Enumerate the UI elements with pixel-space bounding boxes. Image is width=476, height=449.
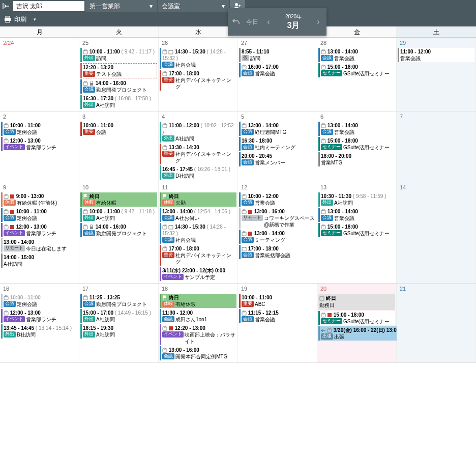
calendar-event[interactable]: 13:00 - 14:00会議営業会議 <box>318 208 395 222</box>
calendar-event[interactable]: 18:00 - 20:00営業MTG <box>318 152 395 166</box>
event-icons <box>4 225 15 230</box>
event-time: 13:30 - 14:30 <box>169 145 199 150</box>
print-button[interactable]: 印刷 ▾ <box>4 15 36 24</box>
day-cell[interactable]: 12 10:00 - 12:00会議営業会議 13:00 - 16:00リモート… <box>238 182 317 283</box>
calendar-event[interactable]: 16:00 - 17:00会議営業会議 <box>239 63 316 77</box>
event-tag: 会議 <box>162 316 174 322</box>
prev-month-button[interactable]: ‹ <box>260 8 277 36</box>
calendar-event[interactable]: 11:00 - 12:00 ( 10:02 - 12:52 )外出A社訪問 <box>160 122 236 143</box>
event-title: 勤怠開発プロジェクト <box>96 230 156 237</box>
calendar-event[interactable]: 17:00 - 18:00重要社内デバイスキッティング <box>160 70 236 91</box>
day-cell[interactable]: 2 10:00 - 11:00会議定例会議 12:00 - 13:00イベント営… <box>0 111 79 182</box>
calendar-event[interactable]: 13:00 - 16:00会議開発本部合同定例MTG <box>160 346 236 360</box>
calendar-event[interactable]: 14:30 - 15:30 ( 14:28 - 15:32 )会議社内会議 <box>160 48 236 69</box>
calendar-event[interactable]: 15:00 - 18:00セミナーGSuite活用セミナー <box>318 311 395 325</box>
calendar-event[interactable]: 16:30 - 18:00会議社内ミーティング <box>239 137 316 151</box>
calendar-event[interactable]: 15:00 - 18:00セミナーGSuite活用セミナー <box>318 137 395 151</box>
day-cell[interactable]: 7 <box>397 111 476 182</box>
day-cell[interactable]: 2911:00 - 12:00営業会議 <box>397 38 476 111</box>
calendar-event[interactable]: 16:30 - 17:30 ( 16:08 - 17:50 )外出A社訪問 <box>80 95 157 109</box>
user-name-field[interactable]: 吉沢 太郎 <box>13 1 84 11</box>
room-dropdown[interactable]: 会議室 ▾ <box>158 0 229 12</box>
calendar-event[interactable]: 11:00 - 12:00営業会議 <box>398 48 474 62</box>
calendar-event[interactable]: 12:00 - 13:00イベント営業部ランチ <box>1 223 78 237</box>
day-cell[interactable]: 1910:00 - 11:00重要ABC 11:15 - 12:15会議営業会議 <box>238 284 317 362</box>
calendar-event[interactable]: 11:25 - 13:25会議勤怠開発プロジェクト <box>80 294 157 308</box>
calendar-event[interactable]: 10:00 - 12:00会議営業会議 <box>239 192 316 207</box>
event-title: 営業会議 <box>334 129 394 135</box>
calendar-event[interactable]: 10:00 - 11:00 ( 9:42 - 11:17 )外出訪問 <box>80 48 157 62</box>
calendar-event[interactable]: 13:00 - 14:00会議営業会議 <box>318 48 395 62</box>
calendar-event[interactable]: 10:00 - 11:00会議定例会議 <box>1 294 78 308</box>
calendar-event[interactable]: 10:00 - 11:00 ( 9:42 - 11:18 )外出A社訪問 <box>80 208 157 222</box>
day-cell[interactable]: 14 <box>397 182 476 283</box>
calendar-event[interactable]: 17:00 - 18:00重要社内デバイスキッティング <box>160 245 236 266</box>
today-button[interactable]: 今日 <box>244 8 260 36</box>
calendar-event[interactable]: 10:00 - 11:00会議定例会議 <box>1 122 78 136</box>
day-cell[interactable]: 9 9:00 - 13:00休暇有給休暇 (午前休) 10:00 - 11:00… <box>0 182 79 283</box>
calendar-event[interactable]: 終日休暇有給休暇 <box>160 294 236 308</box>
calendar-event[interactable]: 14:00 - 16:00会議勤怠開発プロジェクト <box>80 79 157 94</box>
calendar-event[interactable]: 11:15 - 12:15会議営業会議 <box>239 309 316 323</box>
event-tag: 会議 <box>162 62 174 68</box>
day-cell[interactable]: 18 終日休暇有給休暇11:30 - 12:00会議成田さん1on1 12:20… <box>159 284 238 362</box>
calendar-event[interactable]: 17:00 - 18:00会議営業統括部会議 <box>239 245 316 259</box>
day-cell[interactable]: 10 終日休暇有給休暇 10:00 - 11:00 ( 9:42 - 11:18… <box>79 182 159 283</box>
calendar-event[interactable]: 14:30 - 15:30 ( 14:28 - 15:32 )会議社内会議 <box>160 223 236 244</box>
calendar-event[interactable]: 11:30 - 12:00会議成田さん1on1 <box>160 309 236 323</box>
day-cell[interactable]: 1310:30 - 11:30 ( 9:58 - 11:59 )外出A社訪問 1… <box>317 182 397 283</box>
calendar-event[interactable]: 13:00 - 14:00リモート今日は在宅します <box>1 238 78 252</box>
expand-sidebar-button[interactable] <box>0 0 12 12</box>
calendar-event[interactable]: 15:00 - 17:00 ( 14:49 - 16:15 )外出A社訪問 <box>80 309 157 323</box>
calendar-event[interactable]: 16:45 - 17:45 ( 16:26 - 18:01 )外出D社訪問 <box>160 165 236 180</box>
svg-rect-47 <box>90 227 93 229</box>
calendar-event[interactable]: 13:00 - 14:00会議ミーティング <box>239 230 316 244</box>
calendar-event[interactable]: 12:20 - 13:20重要テスト会議 <box>80 63 157 78</box>
day-cell[interactable]: 278:55 - 11:10仮訪問 16:00 - 17:00会議営業会議 <box>238 38 317 111</box>
day-cell[interactable]: 21 <box>397 284 476 362</box>
next-month-button[interactable]: › <box>310 8 326 36</box>
calendar-event[interactable]: 終日休暇有給休暇 <box>80 192 157 207</box>
calendar-event[interactable]: 8:55 - 11:10仮訪問 <box>239 48 316 62</box>
calendar-event[interactable]: 15:00 - 18:00セミナーGSuite活用セミナー <box>318 63 395 77</box>
calendar-event[interactable]: 10:30 - 11:30 ( 9:58 - 11:59 )外出A社訪問 <box>318 192 395 207</box>
calendar-event[interactable]: 12:00 - 13:00イベント営業部ランチ <box>1 137 78 151</box>
day-cell[interactable]: 17 11:25 - 13:25会議勤怠開発プロジェクト15:00 - 17:0… <box>79 284 159 362</box>
calendar-event[interactable]: 13:00 - 14:00会議経理週間MTG <box>239 122 316 136</box>
day-cell[interactable]: 310:00 - 11:00重要会議 <box>79 111 159 182</box>
day-cell[interactable]: 25 10:00 - 11:00 ( 9:42 - 11:17 )外出訪問12:… <box>79 38 159 111</box>
department-dropdown[interactable]: 第一営業部 ▾ <box>85 0 157 12</box>
calendar-event[interactable]: 9:00 - 13:00休暇有給休暇 (午前休) <box>1 192 78 207</box>
day-cell[interactable]: 4 11:00 - 12:00 ( 10:02 - 12:52 )外出A社訪問 … <box>159 111 238 182</box>
calendar-event[interactable]: 13:00 - 14:00 ( 12:54 - 14:06 )会議A社お伺い <box>160 208 236 222</box>
calendar-event[interactable]: 20:00 - 20:45会議営業メンバー <box>239 152 316 166</box>
calendar-event[interactable]: 13:45 - 14:45 ( 13:14 - 15:14 )外出B社訪問 <box>1 324 78 339</box>
day-cell[interactable]: 28 13:00 - 14:00会議営業会議 15:00 - 18:00セミナー… <box>317 38 397 111</box>
calendar-event[interactable]: 14:00 - 16:00会議勤怠開発プロジェクト <box>80 223 157 237</box>
day-cell[interactable]: 20 終日勤務日 15:00 - 18:00セミナーGSuite活用セミナー 3… <box>317 284 397 362</box>
calendar-event[interactable]: 14:00 - 15:00A社訪問 <box>1 254 78 268</box>
calendar-event[interactable]: 10:00 - 11:00重要ABC <box>239 294 316 308</box>
day-cell[interactable]: 6 13:00 - 14:00会議営業会議 15:00 - 18:00セミナーG… <box>317 111 397 182</box>
calendar-event[interactable]: 13:00 - 16:00リモートコワーキングスペース@新橋で作業 <box>239 208 316 229</box>
day-cell[interactable]: 16 10:00 - 11:00会議定例会議 12:00 - 13:00イベント… <box>0 284 79 362</box>
event-title: 映画部上映会：パラサイト <box>185 331 235 345</box>
day-cell[interactable]: 5 13:00 - 14:00会議経理週間MTG16:30 - 18:00会議社… <box>238 111 317 182</box>
calendar-event[interactable]: 10:00 - 11:00会議定例会議 <box>1 208 78 222</box>
calendar-event[interactable]: 12:20 - 13:00イベント映画部上映会：パラサイト <box>160 324 236 345</box>
calendar-event[interactable]: 18:15 - 19:30外出A社訪問 <box>80 324 157 339</box>
day-cell[interactable]: 11 終日休暇欠勤13:00 - 14:00 ( 12:54 - 14:06 )… <box>159 182 238 283</box>
day-cell[interactable]: 2/24 <box>0 38 79 111</box>
day-cell[interactable]: 26 14:30 - 15:30 ( 14:28 - 15:32 )会議社内会議… <box>159 38 238 111</box>
calendar-event[interactable]: 12:00 - 13:00イベント営業部ランチ <box>1 309 78 323</box>
calendar-event[interactable]: 15:00 - 18:00セミナーGSuite活用セミナー <box>318 223 395 237</box>
event-time: 17:00 - 18:00 <box>169 246 199 251</box>
workday-event[interactable]: 終日勤務日 <box>318 294 395 310</box>
calendar-event[interactable]: 13:00 - 14:00会議営業会議 <box>318 122 395 136</box>
calendar-event[interactable]: 13:30 - 14:30重要社内デバイスキッティング <box>160 144 236 164</box>
calendar-event[interactable]: 3/11(水) 23:00 - 12(木) 0:00イベントサンプル予定 <box>160 267 236 281</box>
calendar-event[interactable]: 終日休暇欠勤 <box>160 192 236 207</box>
calendar-event[interactable]: 10:00 - 11:00重要会議 <box>80 122 157 136</box>
event-time: 13:00 - 14:00 <box>248 123 279 128</box>
undo-button[interactable] <box>228 8 244 36</box>
